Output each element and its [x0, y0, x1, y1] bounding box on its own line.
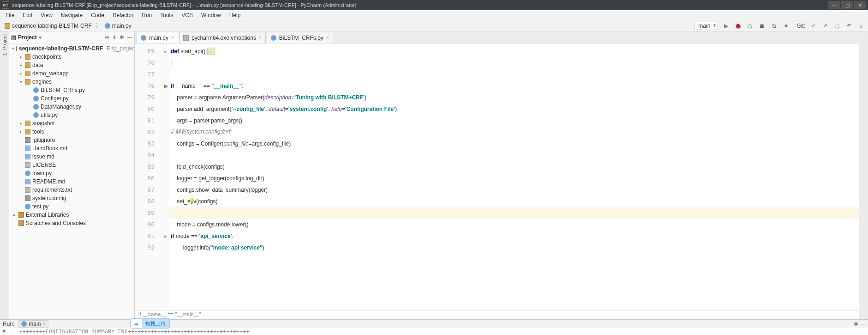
tree-item--gitignore[interactable]: .gitignore: [9, 136, 134, 144]
md-icon: [25, 146, 30, 151]
intention-bulb-icon[interactable]: 💡: [188, 198, 196, 205]
run-gutter[interactable]: ▸▶▸: [162, 43, 169, 310]
run-button[interactable]: ▶: [722, 22, 730, 30]
breadcrumb-file[interactable]: main.py: [103, 22, 133, 30]
vcs-update-button[interactable]: ✓: [809, 22, 817, 30]
tree-item-DataManager-py[interactable]: DataManager.py: [9, 103, 134, 111]
project-tool-tab[interactable]: 1: Project: [2, 31, 7, 58]
tree-root[interactable]: ▾ sequence-labeling-BiLSTM-CRF E:\p_proj…: [9, 44, 134, 53]
tree-item-demo-webapp[interactable]: ▸demo_webapp: [9, 69, 134, 78]
fold-icon[interactable]: ▸: [164, 233, 167, 239]
code-line-82[interactable]: # 解析system.config文件: [169, 126, 859, 138]
code-line-87[interactable]: configs.show_data_summary(logger): [169, 184, 859, 195]
code-line-85[interactable]: fold_check(configs): [169, 161, 859, 172]
fold-icon[interactable]: ▸: [164, 48, 167, 55]
stop-console-button[interactable]: ↑: [9, 327, 17, 334]
tree-item-tools[interactable]: ▸tools: [9, 128, 134, 136]
code-editor[interactable]: 697677787980818283848586878889909192 ▸▶▸…: [135, 43, 859, 310]
cloud-upload-widget[interactable]: ☁ 拖拽上传: [130, 318, 170, 329]
maximize-button[interactable]: ▢: [841, 1, 853, 9]
run-tool-settings-icon[interactable]: ✱ —: [854, 321, 865, 327]
tree-item-README-md[interactable]: README.md: [9, 177, 134, 186]
locate-icon[interactable]: ⊕: [105, 34, 109, 41]
editor-area: main.py×pycharm64.exe.vmoptions×BiLSTM_C…: [135, 31, 859, 319]
vcs-commit-button[interactable]: ↗: [821, 22, 829, 30]
editor-tab-pycharm64-exe-vmoptions[interactable]: pycharm64.exe.vmoptions×: [179, 32, 266, 43]
navigation-toolbar: sequence-labeling-BiLSTM-CRF 〉 main.py m…: [0, 20, 868, 31]
menu-navigate[interactable]: Navigate: [57, 11, 86, 19]
tree-scratches[interactable]: Scratches and Consoles: [9, 219, 134, 227]
code-line-80[interactable]: parser.add_argument('--config_file', def…: [169, 103, 859, 115]
menu-run[interactable]: Run: [138, 11, 156, 19]
concurrency-button[interactable]: ⧉: [770, 22, 778, 30]
tree-item-HandBook-md[interactable]: HandBook.md: [9, 144, 134, 152]
menu-file[interactable]: File: [2, 11, 18, 19]
tree-item-main-py[interactable]: main.py: [9, 169, 134, 177]
code-line-86[interactable]: logger = get_logger(configs.log_dir): [169, 172, 859, 184]
tree-item-snapshot[interactable]: ▸snapshot: [9, 119, 134, 128]
menu-refactor[interactable]: Refactor: [109, 11, 137, 19]
tree-item-requirements-txt[interactable]: requirements.txt: [9, 186, 134, 194]
run-config-selector[interactable]: main: [694, 22, 718, 30]
code-line-89[interactable]: [169, 207, 859, 219]
code-line-79[interactable]: parser = argparse.ArgumentParser(descrip…: [169, 91, 859, 103]
code-line-90[interactable]: mode = configs.mode.lower(): [169, 219, 859, 230]
editor-breadcrumb[interactable]: if __name__ == "__main__": [135, 310, 859, 319]
code-line-76[interactable]: [169, 57, 859, 68]
tree-item-test-py[interactable]: test.py: [9, 202, 134, 211]
code-line-81[interactable]: args = parser.parse_args(): [169, 115, 859, 126]
window-title: sequence-labeling-BiLSTM-CRF [E:\p_proje…: [12, 2, 828, 8]
run-tool-tab[interactable]: main ×: [18, 320, 48, 328]
hide-icon[interactable]: —: [127, 34, 132, 41]
menu-view[interactable]: View: [37, 11, 56, 19]
stop-button[interactable]: ■: [782, 22, 790, 30]
menu-tools[interactable]: Tools: [156, 11, 177, 19]
vcs-history-button[interactable]: ◌: [833, 22, 841, 30]
tree-item-utils-py[interactable]: utils.py: [9, 111, 134, 119]
code-column[interactable]: def start_api():... if __name__ == "__ma…: [169, 43, 859, 310]
code-line-91[interactable]: if mode == 'api_service':: [169, 230, 859, 242]
debug-button[interactable]: 🐞: [734, 22, 742, 30]
tree-item-LICENSE[interactable]: LICENSE: [9, 161, 134, 169]
close-tab-icon[interactable]: ×: [259, 35, 262, 40]
tree-item-engines[interactable]: ▾engines: [9, 78, 134, 86]
tree-item-checkpoints[interactable]: ▸checkpoints: [9, 53, 134, 61]
project-tree[interactable]: ▾ sequence-labeling-BiLSTM-CRF E:\p_proj…: [9, 43, 134, 319]
tree-item-issue-md[interactable]: issue.md: [9, 152, 134, 161]
menu-help[interactable]: Help: [226, 11, 245, 19]
editor-tab-BiLSTM-CRFs-py[interactable]: BiLSTM_CRFs.py×: [267, 32, 333, 43]
close-tab-icon[interactable]: ×: [326, 35, 329, 40]
tree-external-libraries[interactable]: ▸ External Libraries: [9, 211, 134, 219]
menu-window[interactable]: Window: [198, 11, 225, 19]
code-line-88[interactable]: 💡 set_env(configs): [169, 195, 859, 207]
tree-item-data[interactable]: ▸data: [9, 61, 134, 69]
breadcrumb-project[interactable]: sequence-labeling-BiLSTM-CRF: [3, 22, 94, 30]
rerun-button[interactable]: ▶: [1, 327, 8, 334]
code-line-83[interactable]: configs = Configer(config_file=args.conf…: [169, 138, 859, 149]
settings-icon[interactable]: ✱: [120, 34, 124, 41]
editor-tab-main-py[interactable]: main.py×: [137, 32, 178, 43]
close-tab-icon[interactable]: ×: [171, 35, 174, 40]
code-line-77[interactable]: [169, 68, 859, 80]
code-line-84[interactable]: [169, 149, 859, 161]
console-output[interactable]: ++++++++CONFIGURATION SUMMARY END+++++++…: [0, 328, 868, 335]
minimize-button[interactable]: —: [828, 1, 840, 9]
run-line-icon[interactable]: ▶: [164, 83, 168, 89]
vcs-revert-button[interactable]: ↶: [845, 22, 853, 30]
menu-edit[interactable]: Edit: [19, 11, 36, 19]
code-line-92[interactable]: logger.info("mode: api service"): [169, 242, 859, 253]
txt-icon: [25, 162, 30, 168]
profile-button[interactable]: ≣: [758, 22, 766, 30]
code-line-78[interactable]: if __name__ == "__main__":: [169, 80, 859, 91]
code-line-69[interactable]: def start_api():...: [169, 45, 859, 57]
coverage-button[interactable]: ◷: [746, 22, 754, 30]
search-button[interactable]: ⌕: [857, 22, 865, 30]
collapse-all-icon[interactable]: ⇟: [112, 34, 117, 41]
menu-code[interactable]: Code: [87, 11, 108, 19]
tree-item-Configer-py[interactable]: Configer.py: [9, 94, 134, 103]
menu-vcs[interactable]: VCS: [178, 11, 197, 19]
project-panel-title[interactable]: ▤Project▾: [11, 34, 105, 41]
close-button[interactable]: ✕: [854, 1, 866, 9]
tree-item-BiLSTM-CRFs-py[interactable]: BiLSTM_CRFs.py: [9, 86, 134, 94]
tree-item-system-config[interactable]: system.config: [9, 194, 134, 202]
